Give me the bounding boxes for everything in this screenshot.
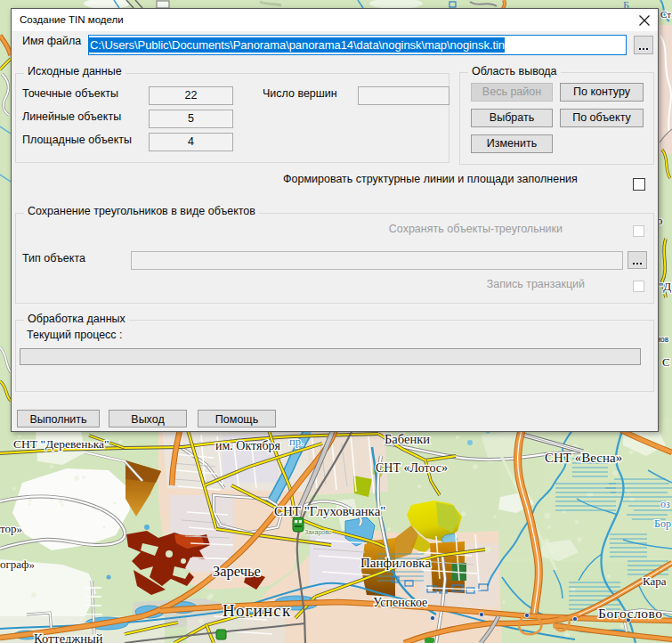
svg-text:Бабенки: Бабенки [385,432,430,446]
svg-text:Богослово: Богослово [598,606,663,621]
svg-text:оз: оз [660,498,670,510]
svg-text:Кара: Кара [643,574,667,588]
svg-text:Панфиловка: Панфиловка [360,556,431,570]
svg-text:СНТ «Весна»: СНТ «Весна» [545,451,622,465]
svg-text:тор»: тор» [0,522,22,535]
svg-text:пр.: пр. [289,435,304,448]
svg-text:С: С [662,355,670,369]
svg-text:Захарово: Захарово [304,529,332,536]
svg-text:ограф»: ограф» [0,558,35,571]
svg-text:им. Октября: им. Октября [215,439,281,452]
svg-text:СНТ "Глуховчанка": СНТ "Глуховчанка" [274,504,385,518]
svg-text:Коттеджный: Коттеджный [34,631,103,643]
svg-text:СНТ «Лотос»: СНТ «Лотос» [376,461,448,475]
svg-text:Заречье: Заречье [213,563,261,580]
svg-text:"Д: "Д [659,280,671,293]
svg-text:Бор: Бор [654,517,671,530]
svg-text:СНТ "Деревенька": СНТ "Деревенька" [13,437,109,451]
svg-text:Ст: Ст [660,9,671,20]
svg-text:Успенское: Успенское [373,596,427,609]
svg-text:Ногинск: Ногинск [223,601,291,620]
